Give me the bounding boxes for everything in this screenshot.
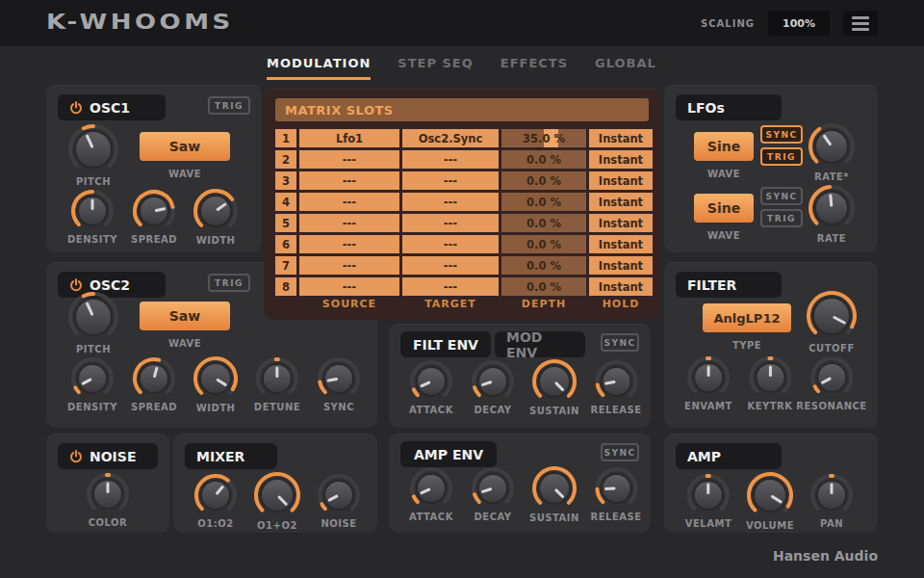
lfo2-wave-label: WAVE	[707, 230, 740, 241]
osc2-pitch-knob[interactable]: PITCH	[67, 291, 119, 355]
matrix-target-cell[interactable]: ---	[402, 171, 499, 190]
osc2-width-knob[interactable]: WIDTH	[192, 355, 239, 413]
matrix-depth-slider[interactable]: 0.0 %	[501, 171, 586, 190]
matrix-target-cell[interactable]: ---	[402, 214, 499, 232]
osc1-width-knob[interactable]: WIDTH	[192, 188, 239, 246]
lfo1-sync-button[interactable]: SYNC	[760, 125, 803, 144]
matrix-target-cell[interactable]: ---	[402, 193, 499, 211]
filt-env-decay-knob[interactable]: DECAY	[471, 359, 515, 415]
tab-effects[interactable]: EFFECTS	[500, 56, 568, 80]
lfo2-trig-button[interactable]: TRIG	[760, 209, 803, 227]
amp-env-release-knob[interactable]: RELEASE	[590, 466, 641, 522]
osc2-wave-control: Saw WAVE	[140, 302, 230, 349]
matrix-hold-cell[interactable]: Instant	[589, 277, 653, 296]
matrix-source-cell[interactable]: Lfo1	[299, 129, 399, 147]
matrix-panel: MATRIX SLOTS 1Lfo1Osc2.Sync35.0 %Instant…	[264, 89, 660, 320]
matrix-hold-cell[interactable]: Instant	[589, 150, 653, 169]
matrix-hold-cell[interactable]: Instant	[589, 193, 653, 211]
matrix-depth-slider[interactable]: 0.0 %	[501, 235, 586, 253]
amp-env-sync-button[interactable]: SYNC	[601, 443, 639, 461]
osc1-spread-knob[interactable]: SPREAD	[131, 189, 177, 245]
filter-envamt-knob[interactable]: ENVAMT	[684, 355, 732, 411]
matrix-target-cell[interactable]: ---	[402, 235, 499, 253]
matrix-target-cell[interactable]: ---	[402, 277, 499, 296]
matrix-source-cell[interactable]: ---	[299, 235, 399, 253]
matrix-depth-slider[interactable]: 0.0 %	[501, 277, 586, 296]
matrix-depth-slider[interactable]: 0.0 %	[501, 150, 586, 169]
osc2-density-knob[interactable]: DENSITY	[67, 356, 117, 412]
matrix-hold-cell[interactable]: Instant	[589, 214, 653, 232]
osc2-trig-button[interactable]: TRIG	[208, 274, 250, 292]
matrix-source-cell[interactable]: ---	[299, 150, 399, 169]
lfos-panel: LFOs Sine WAVE SYNC TRIG RATE* Sine WAVE…	[664, 85, 878, 252]
power-icon[interactable]	[69, 278, 83, 292]
osc1-density-knob[interactable]: DENSITY	[67, 189, 117, 245]
filter-type-button[interactable]: AnlgLP12	[703, 303, 791, 332]
amp-env-sustain-knob[interactable]: SUSTAIN	[529, 465, 579, 523]
noise-color-knob[interactable]: COLOR	[86, 472, 130, 528]
lfo2-wave-button[interactable]: Sine	[694, 194, 754, 223]
matrix-source-cell[interactable]: ---	[299, 277, 399, 296]
filter-cutoff-knob[interactable]: CUTOFF	[806, 290, 858, 354]
lfo1-wave-button[interactable]: Sine	[694, 132, 754, 161]
osc1-panel: OSC1 TRIG PITCH Saw WAVE DENSITY SPREAD …	[46, 85, 262, 252]
tab-modulation[interactable]: MODULATION	[267, 56, 371, 80]
power-icon[interactable]	[69, 101, 83, 115]
matrix-row: 1Lfo1Osc2.Sync35.0 %Instant	[275, 129, 649, 147]
matrix-target-cell[interactable]: ---	[402, 256, 499, 275]
filt-env-sustain-knob[interactable]: SUSTAIN	[529, 358, 579, 416]
osc2-wave-button[interactable]: Saw	[140, 302, 230, 330]
mixer-noise-knob[interactable]: NOISE	[317, 473, 361, 529]
matrix-target-cell[interactable]: Osc2.Sync	[402, 129, 499, 147]
matrix-depth-slider[interactable]: 35.0 %	[501, 129, 586, 147]
tab-step-seq[interactable]: STEP SEQ	[398, 56, 473, 80]
osc2-spread-knob[interactable]: SPREAD	[131, 356, 177, 412]
filter-panel: FILTER AnlgLP12 TYPE CUTOFF ENVAMT KEYTR…	[664, 262, 878, 428]
lfo1-rate-knob[interactable]: RATE*	[808, 122, 856, 182]
osc1-pitch-knob[interactable]: PITCH	[67, 123, 119, 187]
menu-icon[interactable]	[843, 11, 878, 36]
matrix-depth-slider[interactable]: 0.0 %	[501, 256, 586, 275]
osc1-wave-button[interactable]: Saw	[140, 132, 230, 161]
filt-env-release-knob[interactable]: RELEASE	[590, 359, 641, 415]
amp-env-decay-knob[interactable]: DECAY	[471, 466, 515, 522]
matrix-depth-slider[interactable]: 0.0 %	[501, 214, 586, 232]
filter-title-pill: FILTER	[676, 272, 782, 298]
power-icon[interactable]	[69, 450, 83, 463]
lfo2-sync-button[interactable]: SYNC	[760, 187, 803, 205]
amp-velamt-knob[interactable]: VELAMT	[685, 473, 732, 529]
matrix-hold-cell[interactable]: Instant	[589, 171, 653, 190]
amp-volume-knob[interactable]: VOLUME	[746, 471, 794, 531]
matrix-hold-cell[interactable]: Instant	[589, 235, 653, 253]
matrix-source-cell[interactable]: ---	[299, 256, 399, 275]
osc2-sync-knob[interactable]: SYNC	[317, 356, 361, 412]
osc1-trig-button[interactable]: TRIG	[208, 96, 250, 115]
filt-env-attack-knob[interactable]: ATTACK	[409, 359, 453, 415]
filter-keytrk-knob[interactable]: KEYTRK	[747, 355, 792, 411]
matrix-row: 3------0.0 %Instant	[275, 171, 649, 190]
mixer-sum-knob[interactable]: O1+O2	[253, 471, 301, 531]
lfos-title-pill: LFOs	[676, 94, 782, 120]
lfo2-rate-knob[interactable]: RATE	[808, 184, 856, 244]
amp-env-attack-knob[interactable]: ATTACK	[409, 466, 453, 522]
matrix-target-cell[interactable]: ---	[402, 150, 499, 169]
osc2-detune-knob[interactable]: DETUNE	[254, 356, 300, 412]
matrix-source-cell[interactable]: ---	[299, 171, 399, 190]
matrix-hold-cell[interactable]: Instant	[589, 129, 653, 147]
tab-mod-env[interactable]: MOD ENV	[495, 331, 585, 357]
mixer-title-pill: MIXER	[185, 443, 277, 469]
matrix-hold-cell[interactable]: Instant	[589, 256, 653, 275]
mixer-title: MIXER	[196, 449, 244, 464]
mixer-ratio-knob[interactable]: O1:O2	[193, 473, 238, 529]
tab-global[interactable]: GLOBAL	[595, 56, 656, 80]
matrix-depth-slider[interactable]: 0.0 %	[501, 193, 586, 211]
scaling-value-dropdown[interactable]: 100%	[768, 11, 830, 36]
amp-pan-knob[interactable]: PAN	[809, 473, 854, 529]
tab-filt-env[interactable]: FILT ENV	[400, 331, 491, 357]
filt-env-sync-button[interactable]: SYNC	[601, 333, 639, 352]
matrix-source-cell[interactable]: ---	[299, 214, 399, 232]
lfo1-trig-button[interactable]: TRIG	[760, 147, 803, 166]
matrix-source-cell[interactable]: ---	[299, 193, 399, 211]
filter-resonance-knob[interactable]: RESONANCE	[796, 355, 866, 411]
matrix-row: 5------0.0 %Instant	[275, 214, 649, 232]
